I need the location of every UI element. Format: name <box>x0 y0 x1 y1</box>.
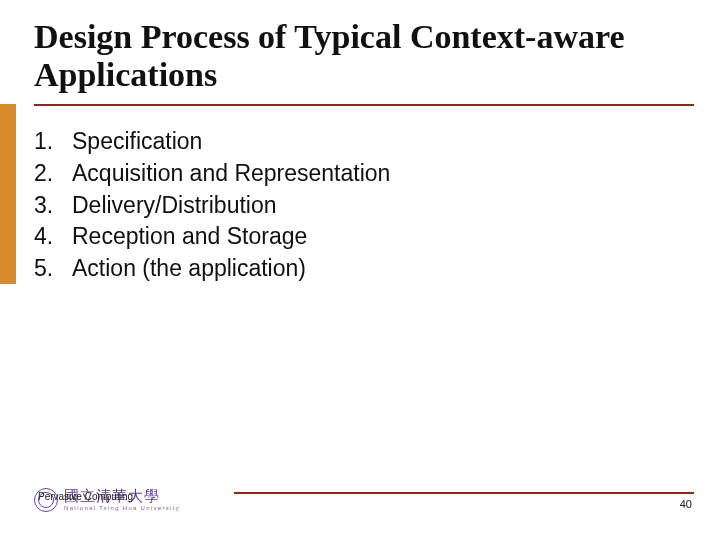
accent-bar <box>0 104 16 284</box>
list-item: Delivery/Distribution <box>34 190 690 222</box>
list-item: Reception and Storage <box>34 221 690 253</box>
slide-footer: 國立清華大學 National Tsing Hua University Per… <box>34 476 694 512</box>
slide-title: Design Process of Typical Context-aware … <box>34 18 700 94</box>
list-item: Action (the application) <box>34 253 690 285</box>
page-number: 40 <box>680 498 692 510</box>
numbered-list: Specification Acquisition and Representa… <box>34 126 690 285</box>
slide-body: Specification Acquisition and Representa… <box>34 126 690 285</box>
logo-english: National Tsing Hua University <box>64 505 180 511</box>
slide: Design Process of Typical Context-aware … <box>0 0 720 540</box>
footer-underline <box>234 492 694 494</box>
course-label: Pervasive Computing <box>38 491 133 502</box>
list-item: Specification <box>34 126 690 158</box>
title-underline <box>34 104 694 106</box>
list-item: Acquisition and Representation <box>34 158 690 190</box>
